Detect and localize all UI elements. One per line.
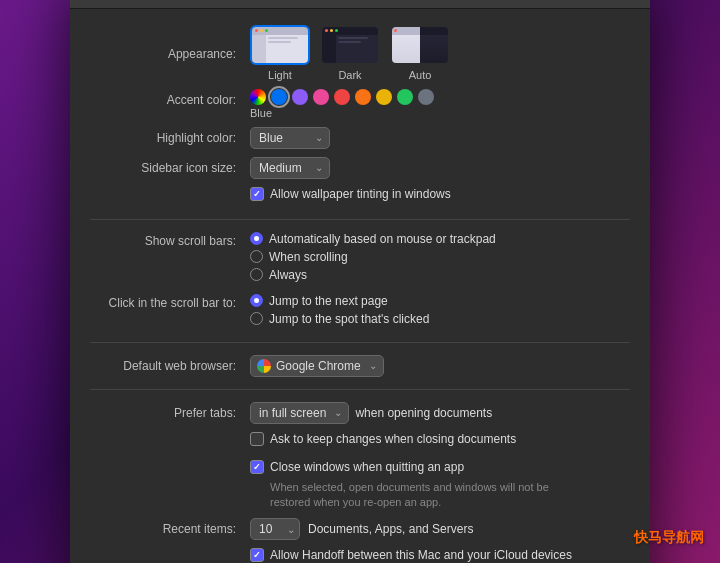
appearance-label: Appearance: bbox=[90, 25, 250, 61]
close-docs-checkbox[interactable] bbox=[250, 432, 264, 446]
divider-2 bbox=[90, 342, 630, 343]
appearance-label-light: Light bbox=[268, 69, 292, 81]
sidebar-icon-size-dropdown[interactable]: Medium bbox=[250, 157, 330, 179]
prefer-tabs-dropdown[interactable]: in full screen bbox=[250, 402, 349, 424]
scroll-bars-scrolling-radio[interactable] bbox=[250, 250, 263, 263]
handoff-spacer bbox=[90, 548, 250, 552]
close-windows-checkbox-row: ✓ Close windows when quitting an app bbox=[250, 460, 630, 474]
chrome-icon bbox=[257, 359, 271, 373]
highlight-color-dropdown[interactable]: Blue bbox=[250, 127, 330, 149]
scroll-bars-row: Show scroll bars: Automatically based on… bbox=[90, 232, 630, 286]
appearance-option-dark[interactable]: Dark bbox=[320, 25, 380, 81]
watermark: 快马导航网 bbox=[634, 529, 704, 547]
accent-yellow[interactable] bbox=[376, 89, 392, 105]
prefer-tabs-controls: in full screen when opening documents bbox=[250, 402, 630, 424]
click-scroll-next-radio[interactable] bbox=[250, 294, 263, 307]
scroll-bars-controls: Automatically based on mouse or trackpad… bbox=[250, 232, 630, 286]
sidebar-icon-size-value: Medium bbox=[259, 161, 302, 175]
click-scroll-spot-label: Jump to the spot that's clicked bbox=[269, 312, 429, 326]
browser-row: Default web browser: Google Chrome bbox=[90, 355, 630, 377]
recent-items-suffix: Documents, Apps, and Servers bbox=[308, 522, 473, 536]
click-scroll-label: Click in the scroll bar to: bbox=[90, 294, 250, 310]
scroll-bars-always-label: Always bbox=[269, 268, 307, 282]
accent-pink[interactable] bbox=[313, 89, 329, 105]
click-scroll-next-row: Jump to the next page bbox=[250, 294, 630, 308]
close-docs-spacer bbox=[90, 432, 250, 436]
accent-color-name: Blue bbox=[250, 107, 630, 119]
accent-green[interactable] bbox=[397, 89, 413, 105]
accent-graphite[interactable] bbox=[418, 89, 434, 105]
prefer-tabs-row: Prefer tabs: in full screen when opening… bbox=[90, 402, 630, 424]
handoff-row: ✓ Allow Handoff between this Mac and you… bbox=[90, 548, 630, 563]
prefer-tabs-suffix: when opening documents bbox=[355, 406, 492, 420]
close-windows-row: ✓ Close windows when quitting an app Whe… bbox=[90, 460, 630, 511]
recent-items-count: 10 bbox=[259, 522, 272, 536]
sidebar-icon-size-row: Sidebar icon size: Medium bbox=[90, 157, 630, 179]
browser-value: Google Chrome bbox=[276, 359, 361, 373]
appearance-thumb-auto bbox=[390, 25, 450, 65]
titlebar: ‹ › ⊞ General 🔍 Search bbox=[70, 0, 650, 9]
browser-label: Default web browser: bbox=[90, 355, 250, 373]
close-docs-checkbox-row: Ask to keep changes when closing documen… bbox=[250, 432, 630, 446]
appearance-row: Appearance: bbox=[90, 25, 630, 81]
divider-3 bbox=[90, 389, 630, 390]
radio-inner-2 bbox=[254, 298, 259, 303]
wallpaper-tinting-checkbox[interactable]: ✓ bbox=[250, 187, 264, 201]
scroll-bars-auto-row: Automatically based on mouse or trackpad bbox=[250, 232, 630, 246]
appearance-label-dark: Dark bbox=[338, 69, 361, 81]
scroll-bars-always-radio[interactable] bbox=[250, 268, 263, 281]
appearance-label-auto: Auto bbox=[409, 69, 432, 81]
appearance-options: Light bbox=[250, 25, 630, 81]
close-windows-text: Close windows when quitting an app bbox=[270, 460, 464, 474]
check-mark-icon-2: ✓ bbox=[253, 462, 261, 472]
click-scroll-spot-radio[interactable] bbox=[250, 312, 263, 325]
check-mark-icon-3: ✓ bbox=[253, 550, 261, 560]
accent-orange[interactable] bbox=[355, 89, 371, 105]
accent-color-controls: Blue bbox=[250, 89, 630, 119]
handoff-controls: ✓ Allow Handoff between this Mac and you… bbox=[250, 548, 630, 563]
click-scroll-next-label: Jump to the next page bbox=[269, 294, 388, 308]
browser-dropdown[interactable]: Google Chrome bbox=[250, 355, 384, 377]
appearance-option-auto[interactable]: Auto bbox=[390, 25, 450, 81]
close-windows-checkbox[interactable]: ✓ bbox=[250, 460, 264, 474]
accent-purple[interactable] bbox=[292, 89, 308, 105]
wallpaper-tinting-spacer bbox=[90, 187, 250, 191]
highlight-color-controls: Blue bbox=[250, 127, 630, 149]
wallpaper-tinting-checkbox-row: ✓ Allow wallpaper tinting in windows bbox=[250, 187, 630, 201]
appearance-option-light[interactable]: Light bbox=[250, 25, 310, 81]
accent-color-swatches bbox=[250, 89, 630, 105]
appearance-controls: Light bbox=[250, 25, 630, 81]
scroll-bars-scrolling-label: When scrolling bbox=[269, 250, 348, 264]
browser-controls: Google Chrome bbox=[250, 355, 630, 377]
radio-inner bbox=[254, 236, 259, 241]
recent-items-inline: 10 Documents, Apps, and Servers bbox=[250, 518, 630, 540]
accent-multicolor[interactable] bbox=[250, 89, 266, 105]
close-windows-spacer bbox=[90, 460, 250, 464]
scroll-bars-always-row: Always bbox=[250, 268, 630, 282]
click-scroll-controls: Jump to the next page Jump to the spot t… bbox=[250, 294, 630, 330]
scroll-bars-auto-radio[interactable] bbox=[250, 232, 263, 245]
accent-color-label: Accent color: bbox=[90, 89, 250, 107]
handoff-checkbox[interactable]: ✓ bbox=[250, 548, 264, 562]
close-docs-row: Ask to keep changes when closing documen… bbox=[90, 432, 630, 452]
close-windows-controls: ✓ Close windows when quitting an app Whe… bbox=[250, 460, 630, 511]
recent-items-stepper[interactable]: 10 bbox=[250, 518, 300, 540]
scroll-bars-label: Show scroll bars: bbox=[90, 232, 250, 248]
highlight-color-label: Highlight color: bbox=[90, 127, 250, 145]
scroll-bars-auto-label: Automatically based on mouse or trackpad bbox=[269, 232, 496, 246]
wallpaper-tinting-text: Allow wallpaper tinting in windows bbox=[270, 187, 451, 201]
recent-items-row: Recent items: 10 Documents, Apps, and Se… bbox=[90, 518, 630, 540]
accent-color-row: Accent color: Blue bbox=[90, 89, 630, 119]
appearance-thumb-dark bbox=[320, 25, 380, 65]
handoff-checkbox-row: ✓ Allow Handoff between this Mac and you… bbox=[250, 548, 630, 562]
accent-red[interactable] bbox=[334, 89, 350, 105]
sidebar-icon-size-label: Sidebar icon size: bbox=[90, 157, 250, 175]
handoff-text: Allow Handoff between this Mac and your … bbox=[270, 548, 572, 562]
recent-items-label: Recent items: bbox=[90, 518, 250, 536]
accent-blue[interactable] bbox=[271, 89, 287, 105]
close-docs-controls: Ask to keep changes when closing documen… bbox=[250, 432, 630, 452]
prefer-tabs-value: in full screen bbox=[259, 406, 326, 420]
wallpaper-tinting-row: ✓ Allow wallpaper tinting in windows bbox=[90, 187, 630, 207]
wallpaper-tinting-controls: ✓ Allow wallpaper tinting in windows bbox=[250, 187, 630, 207]
close-windows-note: When selected, open documents and window… bbox=[270, 480, 590, 511]
